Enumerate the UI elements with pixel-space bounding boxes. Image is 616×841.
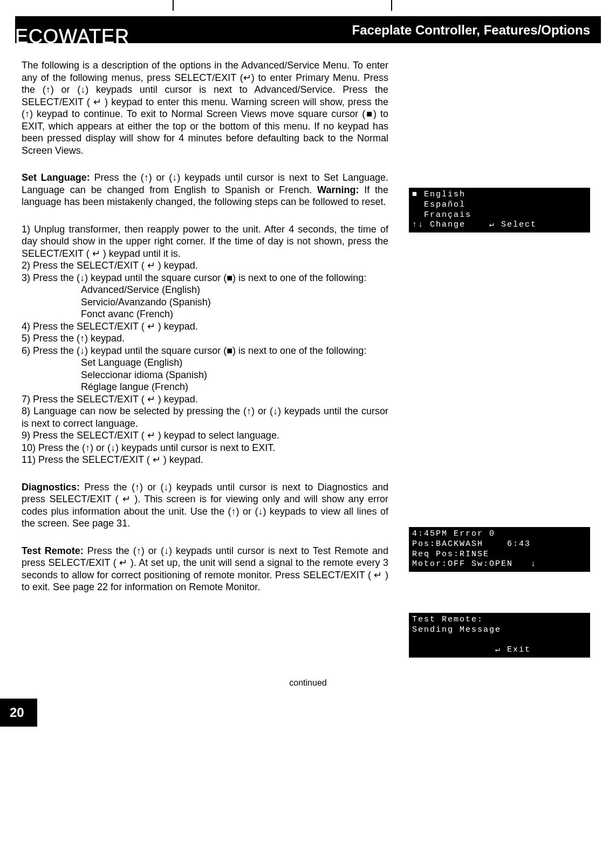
test-remote-heading: Test Remote:	[22, 545, 87, 556]
lcd2-line4: Motor:OFF Sw:OPEN ↓	[412, 559, 537, 569]
set-language-section: Set Language: Press the (↑) or (↓) keypa…	[22, 172, 388, 208]
list1-item: Fonct avanc (French)	[81, 308, 388, 320]
lcd-screen-test-remote: Test Remote: Sending Message ↵ Exit	[405, 608, 594, 662]
diagnostics-heading: Diagnostics:	[22, 482, 84, 493]
step-10: 10) Press the (↑) or (↓) keypads until c…	[22, 442, 388, 454]
lcd2-line3: Req Pos:RINSE	[412, 550, 489, 559]
step-4: 4) Press the SELECT/EXIT ( ↵ ) keypad.	[22, 320, 388, 333]
intro-paragraph: The following is a description of the op…	[22, 59, 388, 156]
list2-item: Set Language (English)	[81, 357, 388, 369]
page-number-badge: 20	[0, 699, 37, 727]
lcd1-line3: Français	[412, 210, 471, 220]
list2-item: Réglage langue (French)	[81, 381, 388, 393]
warning-label: Warning:	[317, 184, 359, 195]
step-7: 7) Press the SELECT/EXIT ( ↵ ) keypad.	[22, 393, 388, 406]
lcd3-line3	[412, 635, 418, 645]
step-6: 6) Press the (↓) keypad until the square…	[22, 345, 388, 357]
step-9: 9) Press the SELECT/EXIT ( ↵ ) keypad to…	[22, 429, 388, 442]
lcd1-line2: Español	[412, 200, 466, 209]
step-2: 2) Press the SELECT/EXIT ( ↵ ) keypad.	[22, 259, 388, 272]
lcd3-line4: ↵ Exit	[412, 645, 531, 654]
list2-item: Seleccionar idioma (Spanish)	[81, 369, 388, 381]
steps-block-1: 1) Unplug transformer, then reapply powe…	[22, 223, 388, 466]
lcd-screen-language: ■ English Español Français ↑↓ Change ↵ S…	[405, 183, 594, 237]
page-title: Faceplate Controller, Features/Options	[139, 16, 601, 43]
lcd2-line2: Pos:BACKWASH 6:43	[412, 539, 531, 549]
lcd2-line1: 4:45PM Error 0	[412, 529, 495, 538]
continued-label: continued	[0, 662, 616, 693]
lcd3-line2: Sending Message	[412, 625, 501, 634]
step-5: 5) Press the (↑) keypad.	[22, 332, 388, 345]
logo: ECOWATER SYSTEMS	[15, 27, 129, 50]
diagnostics-section: Diagnostics: Press the (↑) or (↓) keypad…	[22, 481, 388, 530]
lcd1-line1: ■ English	[412, 190, 466, 199]
lcd1-line4: ↑↓ Change ↵ Select	[412, 220, 537, 229]
test-remote-section: Test Remote: Press the (↑) or (↓) keypad…	[22, 545, 388, 593]
lcd-screen-diagnostics: 4:45PM Error 0 Pos:BACKWASH 6:43 Req Pos…	[405, 523, 594, 576]
step-3: 3) Press the (↓) keypad until the square…	[22, 272, 388, 284]
list1-item: Advanced/Service (English)	[81, 284, 388, 296]
list1-item: Servicio/Avanzando (Spanish)	[81, 296, 388, 309]
step-8: 8) Language can now be selected by press…	[22, 405, 388, 429]
set-language-heading: Set Language:	[22, 172, 94, 183]
step-11: 11) Press the SELECT/EXIT ( ↵ ) keypad.	[22, 454, 388, 466]
lcd3-line1: Test Remote:	[412, 615, 483, 624]
step-1: 1) Unplug transformer, then reapply powe…	[22, 223, 388, 260]
